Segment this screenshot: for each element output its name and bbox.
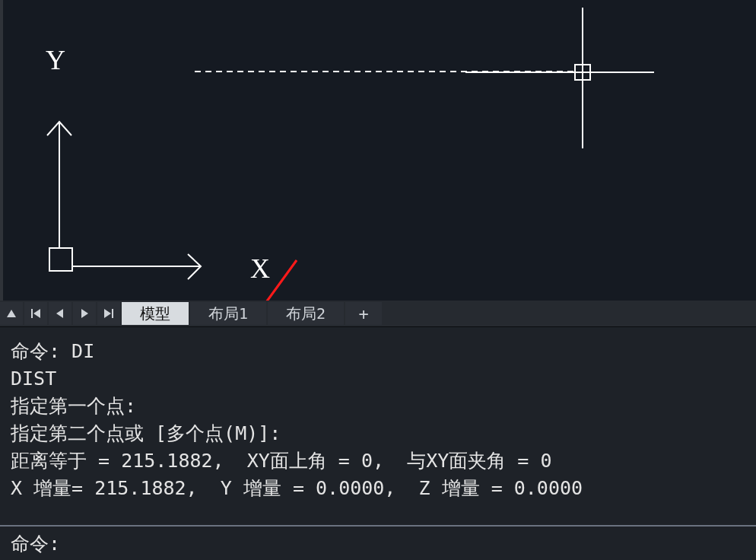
tabs-next-icon[interactable]: [73, 302, 96, 325]
tab-layout1[interactable]: 布局1: [190, 302, 266, 325]
layout-tab-strip: 模型 布局1 布局2 +: [0, 301, 756, 326]
cmd-line: 距离等于 = 215.1882, XY面上角 = 0, 与XY面夹角 = 0: [11, 447, 747, 475]
tabs-first-icon[interactable]: [24, 302, 47, 325]
svg-marker-12: [81, 309, 88, 318]
tab-add-button[interactable]: +: [345, 302, 382, 325]
tabs-prev-icon[interactable]: [49, 302, 71, 325]
drawing-viewport[interactable]: X Y: [0, 0, 756, 301]
tabs-last-icon[interactable]: [97, 302, 120, 325]
tabs-up-icon[interactable]: [0, 302, 23, 325]
command-input[interactable]: [60, 528, 756, 558]
command-history: 命令: DI DIST 指定第一个点: 指定第二个点或 [多个点(M)]: 距离…: [0, 327, 756, 502]
svg-rect-14: [112, 309, 113, 318]
svg-marker-11: [56, 309, 63, 318]
command-prompt-label: 命令:: [11, 531, 60, 556]
cmd-line: 命令: DI: [11, 338, 747, 365]
cmd-line: DIST: [11, 365, 747, 393]
cmd-line: 指定第一个点:: [11, 393, 747, 420]
svg-marker-13: [104, 309, 111, 318]
cmd-line: X 增量= 215.1882, Y 增量 = 0.0000, Z 增量 = 0.…: [11, 475, 747, 502]
svg-rect-9: [31, 309, 33, 318]
command-input-row: 命令:: [0, 525, 756, 560]
svg-marker-10: [33, 309, 40, 318]
cmd-line: 指定第二个点或 [多个点(M)]:: [11, 420, 747, 447]
crosshair-cursor: [3, 0, 756, 301]
tab-model[interactable]: 模型: [122, 302, 189, 325]
svg-marker-8: [7, 310, 16, 317]
command-panel: 命令: DI DIST 指定第一个点: 指定第二个点或 [多个点(M)]: 距离…: [0, 326, 756, 560]
tab-layout2[interactable]: 布局2: [268, 302, 344, 325]
